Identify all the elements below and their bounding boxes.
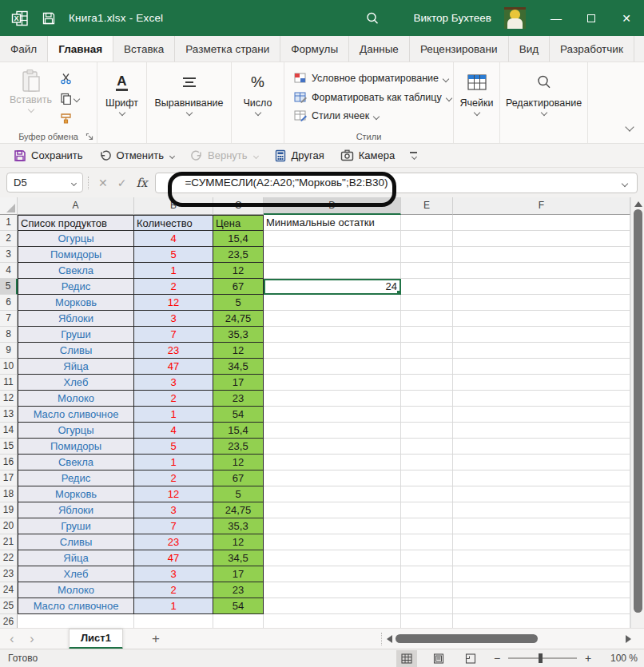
cell-E26[interactable]: [401, 614, 453, 628]
cell-D7[interactable]: [264, 311, 401, 327]
cell-C14[interactable]: 15,4: [213, 423, 264, 439]
column-header-D[interactable]: D: [264, 197, 401, 215]
format-painter-button[interactable]: [60, 109, 79, 127]
cell-E12[interactable]: [401, 391, 453, 407]
cell-F14[interactable]: [453, 423, 630, 439]
paste-dropdown-chevron[interactable]: [27, 106, 34, 113]
cell-D18[interactable]: [264, 486, 401, 502]
cell-D8[interactable]: [264, 327, 401, 343]
cell-A4[interactable]: Свекла: [18, 263, 134, 279]
cell-A17[interactable]: Редис: [18, 470, 134, 486]
sheet-tab-active[interactable]: Лист1: [69, 629, 123, 649]
next-sheet-arrow[interactable]: ›: [24, 632, 40, 646]
cell-F1[interactable]: [453, 215, 630, 231]
ribbon-tab-8[interactable]: Разработчик: [550, 36, 634, 62]
cell-D21[interactable]: [264, 534, 401, 550]
cell-E10[interactable]: [401, 359, 453, 375]
cell-B5[interactable]: 2: [134, 279, 213, 295]
cell-C9[interactable]: 12: [213, 343, 264, 359]
cell-B10[interactable]: 47: [134, 359, 213, 375]
row-header-21[interactable]: 21: [0, 534, 18, 550]
column-header-C[interactable]: C: [213, 197, 264, 215]
undo-button[interactable]: Отменить: [93, 147, 180, 165]
cell-D26[interactable]: [264, 614, 401, 628]
column-header-A[interactable]: A: [18, 197, 134, 215]
cell-E11[interactable]: [401, 375, 453, 391]
cell-C15[interactable]: 23,5: [213, 439, 264, 455]
ribbon-tab-4[interactable]: Формулы: [280, 36, 349, 62]
row-header-19[interactable]: 19: [0, 502, 18, 518]
cell-A26[interactable]: [18, 614, 134, 628]
cell-D13[interactable]: [264, 407, 401, 423]
cell-B11[interactable]: 3: [134, 375, 213, 391]
row-header-17[interactable]: 17: [0, 470, 18, 486]
cell-D19[interactable]: [264, 502, 401, 518]
cell-C26[interactable]: [213, 614, 264, 628]
cell-E3[interactable]: [401, 247, 453, 263]
row-header-20[interactable]: 20: [0, 518, 18, 534]
cell-A2[interactable]: Огурцы: [18, 231, 134, 247]
cell-A13[interactable]: Масло сливочное: [18, 407, 134, 423]
user-avatar[interactable]: [504, 7, 526, 29]
cell-F3[interactable]: [453, 247, 630, 263]
cell-A12[interactable]: Молоко: [18, 391, 134, 407]
cell-B15[interactable]: 5: [134, 439, 213, 455]
cell-E13[interactable]: [401, 407, 453, 423]
cell-C10[interactable]: 34,5: [213, 359, 264, 375]
cell-B20[interactable]: 7: [134, 518, 213, 534]
cell-B19[interactable]: 3: [134, 502, 213, 518]
font-menu-button[interactable]: А Шрифт: [99, 67, 145, 117]
cell-B26[interactable]: [134, 614, 213, 628]
cell-F17[interactable]: [453, 470, 630, 486]
other-button[interactable]: Другая: [268, 147, 330, 165]
cell-E2[interactable]: [401, 231, 453, 247]
row-header-22[interactable]: 22: [0, 550, 18, 566]
cell-D1[interactable]: Минимальные остатки: [264, 215, 401, 231]
copy-button[interactable]: [60, 89, 79, 107]
cell-F4[interactable]: [453, 263, 630, 279]
cell-E24[interactable]: [401, 582, 453, 598]
cell-C2[interactable]: 15,4: [213, 231, 264, 247]
cell-C12[interactable]: 23: [213, 391, 264, 407]
cell-D3[interactable]: [264, 247, 401, 263]
cell-B23[interactable]: 3: [134, 566, 213, 582]
column-header-E[interactable]: E: [401, 197, 453, 215]
cell-E8[interactable]: [401, 327, 453, 343]
cell-A23[interactable]: Хлеб: [18, 566, 134, 582]
cell-F15[interactable]: [453, 439, 630, 455]
cell-B7[interactable]: 3: [134, 311, 213, 327]
row-header-24[interactable]: 24: [0, 582, 18, 598]
horizontal-scrollbar[interactable]: [384, 629, 633, 649]
vertical-scrollbar[interactable]: [630, 197, 644, 628]
cell-A10[interactable]: Яйца: [18, 359, 134, 375]
cell-A19[interactable]: Яблоки: [18, 502, 134, 518]
name-box-chevron[interactable]: [71, 181, 77, 186]
cell-D24[interactable]: [264, 582, 401, 598]
cell-A22[interactable]: Яйца: [18, 550, 134, 566]
cell-E19[interactable]: [401, 502, 453, 518]
zoom-slider-thumb[interactable]: [539, 653, 543, 663]
cell-B2[interactable]: 4: [134, 231, 213, 247]
row-header-16[interactable]: 16: [0, 455, 18, 470]
cell-B24[interactable]: 2: [134, 582, 213, 598]
cell-D20[interactable]: [264, 518, 401, 534]
cell-E22[interactable]: [401, 550, 453, 566]
redo-dropdown-chevron[interactable]: [253, 153, 259, 159]
cell-F9[interactable]: [453, 343, 630, 359]
cell-F13[interactable]: [453, 407, 630, 423]
selected-cell-D5[interactable]: 24: [264, 279, 401, 295]
cell-D17[interactable]: [264, 470, 401, 486]
collapse-ribbon-chevron[interactable]: [626, 119, 633, 133]
insert-function-icon[interactable]: fx: [136, 176, 147, 190]
fill-handle[interactable]: [396, 290, 401, 295]
cell-F20[interactable]: [453, 518, 630, 534]
row-header-10[interactable]: 10: [0, 359, 18, 375]
row-header-8[interactable]: 8: [0, 327, 18, 343]
cell-F6[interactable]: [453, 295, 630, 311]
cell-E6[interactable]: [401, 295, 453, 311]
cell-C20[interactable]: 35,3: [213, 518, 264, 534]
cell-B21[interactable]: 23: [134, 534, 213, 550]
cell-E17[interactable]: [401, 470, 453, 486]
cell-E18[interactable]: [401, 486, 453, 502]
number-menu-button[interactable]: % Число: [237, 67, 279, 117]
